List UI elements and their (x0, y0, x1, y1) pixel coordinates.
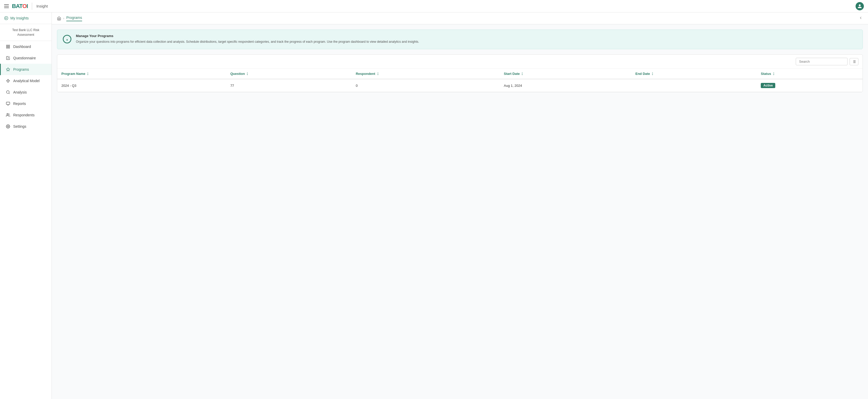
sidebar-item-dashboard[interactable]: Dashboard (0, 41, 52, 52)
col-status-label: Status (761, 72, 771, 75)
top-nav: BATOI Insight (0, 0, 868, 12)
breadcrumb-bar: › Programs (52, 12, 868, 24)
sidebar-project: Test Bank LLC Risk Assessment (0, 24, 52, 41)
table-header: Program Name Question (57, 69, 863, 79)
svg-rect-3 (8, 45, 9, 47)
info-banner-title: Manage Your Programs (76, 34, 419, 38)
sort-end-date[interactable]: End Date (636, 72, 654, 75)
sidebar-item-settings[interactable]: Settings (0, 121, 52, 132)
svg-rect-5 (8, 47, 9, 48)
search-input[interactable] (796, 58, 847, 65)
col-header-program-name: Program Name (57, 69, 226, 79)
col-header-status: Status (756, 69, 863, 79)
sort-respondent[interactable]: Respondent (355, 72, 379, 75)
arrow-left-circle-icon (4, 16, 8, 20)
svg-line-16 (9, 93, 9, 94)
logo-text: BATOI (12, 3, 28, 9)
col-header-question: Question (226, 69, 351, 79)
sidebar-item-analysis-label: Analysis (13, 90, 27, 94)
project-name: Test Bank LLC Risk (4, 28, 48, 32)
breadcrumb-separator: › (63, 17, 64, 20)
sidebar: My Insights Test Bank LLC Risk Assessmen… (0, 12, 52, 399)
svg-point-9 (9, 81, 9, 81)
questionnaire-icon (6, 56, 10, 60)
table-row: 2024 - Q3 77 0 Aug 1, 2024 Active (57, 79, 863, 92)
sort-question[interactable]: Question (230, 72, 249, 75)
breadcrumb-home-button[interactable] (57, 16, 61, 21)
sidebar-item-settings-label: Settings (13, 124, 26, 128)
sort-status[interactable]: Status (761, 72, 775, 75)
info-banner-description: Organize your questions into programs fo… (76, 39, 419, 44)
settings-icon (6, 124, 10, 128)
sidebar-item-programs[interactable]: Programs (0, 64, 52, 75)
collapse-icon (859, 16, 863, 20)
hamburger-button[interactable] (4, 4, 9, 8)
sidebar-my-insights[interactable]: My Insights (0, 12, 52, 24)
col-question-label: Question (230, 72, 245, 75)
sort-icon-program-name (86, 72, 89, 75)
sidebar-item-respondents-label: Respondents (13, 113, 35, 117)
svg-rect-17 (6, 102, 9, 104)
cell-end-date (631, 79, 756, 92)
col-end-date-label: End Date (636, 72, 650, 75)
status-badge: Active (761, 83, 775, 88)
sort-icon-status (772, 72, 775, 75)
table-toolbar (57, 55, 863, 69)
col-start-date-label: Start Date (504, 72, 520, 75)
cell-question: 77 (226, 79, 351, 92)
my-insights-label: My Insights (10, 16, 29, 20)
sidebar-item-analytical-model-label: Analytical Model (13, 79, 40, 83)
programs-icon (6, 67, 10, 71)
sidebar-item-analytical-model[interactable]: Analytical Model (0, 75, 52, 87)
table-body: 2024 - Q3 77 0 Aug 1, 2024 Active (57, 79, 863, 92)
cell-respondent: 0 (351, 79, 500, 92)
info-circle-icon (62, 34, 72, 44)
list-view-button[interactable] (849, 58, 859, 65)
sort-icon-question (246, 72, 249, 75)
sidebar-item-dashboard-label: Dashboard (13, 44, 31, 49)
cell-program-name[interactable]: 2024 - Q3 (57, 79, 226, 92)
main-layout: My Insights Test Bank LLC Risk Assessmen… (0, 12, 868, 399)
col-header-start-date: Start Date (500, 69, 631, 79)
svg-point-20 (7, 114, 8, 115)
sidebar-item-reports[interactable]: Reports (0, 98, 52, 109)
sidebar-item-programs-label: Programs (13, 67, 29, 71)
svg-rect-4 (6, 47, 8, 48)
cell-status: Active (756, 79, 863, 92)
sidebar-item-reports-label: Reports (13, 101, 26, 106)
svg-point-21 (7, 126, 8, 127)
sidebar-item-respondents[interactable]: Respondents (0, 109, 52, 121)
sidebar-item-analysis[interactable]: Analysis (0, 87, 52, 98)
col-header-respondent: Respondent (351, 69, 500, 79)
breadcrumb-current[interactable]: Programs (66, 16, 82, 21)
user-avatar[interactable] (856, 2, 864, 10)
col-program-name-label: Program Name (61, 72, 85, 75)
sort-program-name[interactable]: Program Name (61, 72, 89, 75)
cell-start-date: Aug 1, 2024 (500, 79, 631, 92)
svg-point-10 (8, 82, 8, 82)
info-icon (62, 34, 72, 45)
reports-icon (6, 101, 10, 106)
list-icon (852, 60, 856, 64)
sort-icon-respondent (376, 72, 379, 75)
analysis-icon (6, 90, 10, 94)
sort-start-date[interactable]: Start Date (504, 72, 524, 75)
logo: BATOI (12, 3, 28, 9)
col-respondent-label: Respondent (355, 72, 375, 75)
sidebar-nav: Dashboard Questionnaire Programs (0, 41, 52, 399)
svg-point-15 (6, 91, 9, 94)
respondents-icon (6, 113, 10, 117)
project-sub: Assessment (4, 32, 48, 37)
sidebar-item-questionnaire[interactable]: Questionnaire (0, 52, 52, 64)
sidebar-collapse-button[interactable] (859, 16, 863, 21)
svg-marker-6 (6, 68, 9, 71)
home-icon (57, 16, 61, 21)
app-title: Insight (36, 4, 48, 8)
svg-rect-2 (6, 45, 8, 47)
avatar-icon (857, 4, 862, 8)
info-banner: Manage Your Programs Organize your quest… (57, 30, 863, 49)
info-banner-content: Manage Your Programs Organize your quest… (76, 34, 419, 44)
sidebar-item-questionnaire-label: Questionnaire (13, 56, 36, 60)
programs-table: Program Name Question (57, 69, 863, 92)
sort-icon-start-date (521, 72, 524, 75)
